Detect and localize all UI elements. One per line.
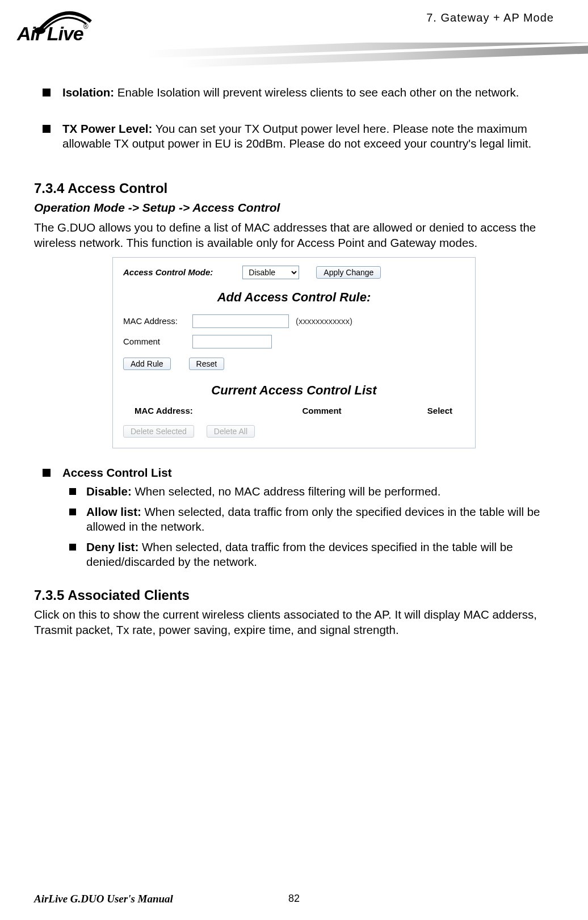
access-control-screenshot: Access Control Mode: Disable Apply Chang… (112, 257, 476, 449)
deny-text: When selected, data traffic from the dev… (86, 540, 513, 568)
page-footer: AirLive G.DUO User's Manual 82 (34, 893, 554, 905)
footer-page-number: 82 (288, 893, 300, 905)
mac-address-label: MAC Address: (123, 316, 186, 326)
bullet-isolation: Isolation: Enable Isolation will prevent… (34, 85, 554, 100)
acl-title: Access Control List (62, 466, 172, 479)
col-select: Select (390, 405, 465, 416)
col-mac: MAC Address: (123, 405, 254, 416)
page-header: 7. Gateway + AP Mode Air Live® (34, 11, 554, 68)
apply-change-button[interactable]: Apply Change (316, 266, 381, 279)
para-734: The G.DUO allows you to define a list of… (34, 220, 554, 250)
add-rule-title: Add Access Control Rule: (123, 289, 465, 305)
disable-text: When selected, no MAC address filtering … (132, 485, 441, 498)
mac-hint: (xxxxxxxxxxxx) (296, 316, 352, 326)
acm-select[interactable]: Disable (242, 266, 299, 279)
airlive-logo: Air Live® (11, 6, 159, 57)
disable-label: Disable: (86, 485, 132, 498)
bullet-acl: Access Control List Disable: When select… (34, 465, 554, 569)
delete-all-button[interactable]: Delete All (207, 425, 255, 438)
para-735: Click on this to show the current wirele… (34, 607, 554, 637)
logo-reg: ® (83, 23, 88, 31)
breadcrumb-path-734: Operation Mode -> Setup -> Access Contro… (34, 200, 554, 216)
allow-text: When selected, data traffic from only th… (86, 505, 540, 533)
current-list-title: Current Access Control List (123, 383, 465, 398)
allow-label: Allow list: (86, 505, 141, 518)
heading-735: 7.3.5 Associated Clients (34, 587, 554, 604)
comment-input[interactable] (192, 335, 272, 348)
add-rule-button[interactable]: Add Rule (123, 358, 171, 370)
header-gradient-bars (145, 43, 588, 71)
heading-734: 7.3.4 Access Control (34, 180, 554, 198)
reset-button[interactable]: Reset (189, 358, 225, 370)
bullet-allow: Allow list: When selected, data traffic … (62, 505, 554, 534)
isolation-text: Enable Isolation will prevent wireless c… (114, 86, 519, 99)
footer-manual-title: AirLive G.DUO User's Manual (34, 893, 173, 905)
bullet-deny: Deny list: When selected, data traffic f… (62, 540, 554, 569)
tx-power-label: TX Power Level: (62, 122, 152, 135)
mac-address-input[interactable] (192, 314, 289, 328)
acm-label: Access Control Mode: (123, 267, 213, 278)
table-header-row: MAC Address: Comment Select (123, 405, 465, 416)
delete-selected-button[interactable]: Delete Selected (123, 425, 194, 438)
col-comment: Comment (254, 405, 390, 416)
deny-label: Deny list: (86, 540, 138, 553)
bullet-disable: Disable: When selected, no MAC address f… (62, 484, 554, 499)
header-section-ref: 7. Gateway + AP Mode (426, 11, 554, 24)
comment-label: Comment (123, 336, 186, 347)
isolation-label: Isolation: (62, 86, 114, 99)
logo-text: Air Live (17, 23, 83, 44)
bullet-tx-power: TX Power Level: You can set your TX Outp… (34, 121, 554, 151)
